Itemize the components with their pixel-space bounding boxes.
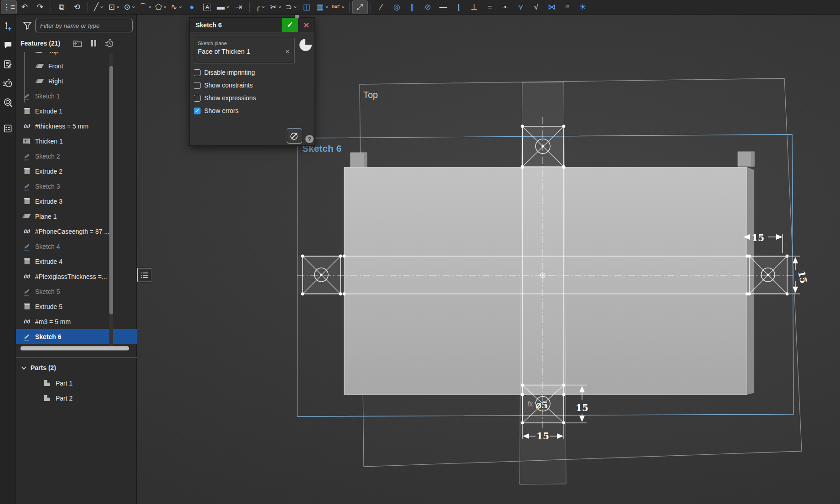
transparency-sphere-icon[interactable] — [299, 39, 312, 51]
sketch-panel-toggle-button[interactable]: ⋮≡ — [1, 1, 16, 14]
dropdown-chevron-icon[interactable]: ∨ — [132, 5, 135, 9]
checkbox-show-errors[interactable]: ✓Show errors — [194, 107, 256, 114]
tangent-constraint-button[interactable]: ⊘ — [421, 1, 435, 14]
feature-item-part-2[interactable]: Part 2 — [16, 391, 137, 406]
filter-icon[interactable] — [20, 21, 35, 31]
undo-button[interactable]: ↶ — [17, 1, 32, 14]
line-tool-button[interactable]: ╱∨ — [91, 1, 106, 14]
coincident-constraint-button[interactable]: ∕ — [374, 1, 389, 14]
feature-tree-vertical-scrollbar[interactable] — [109, 53, 113, 347]
dropdown-chevron-icon[interactable]: ∨ — [341, 5, 345, 9]
feature-item-front[interactable]: Front — [16, 58, 137, 73]
versions-icon[interactable] — [1, 18, 15, 34]
feature-item-part-1[interactable]: Part 1 — [16, 375, 137, 391]
parts-section-header[interactable]: Parts (2) — [16, 361, 137, 375]
text-tool-button[interactable]: A — [200, 1, 215, 14]
performance-icon[interactable] — [1, 76, 15, 91]
equal-constraint-button[interactable]: = — [483, 1, 497, 14]
feature-item-sketch-1[interactable]: Sketch 1 — [16, 88, 137, 103]
midpoint-constraint-button[interactable]: -●- — [498, 1, 513, 14]
cancel-button[interactable]: × — [298, 18, 314, 32]
feature-item-sketch-4[interactable]: Sketch 4 — [16, 239, 137, 254]
search-model-icon[interactable] — [1, 95, 15, 110]
curvature-constraint-button[interactable]: ⋎ — [514, 1, 528, 14]
feature-item-extrude-1[interactable]: Extrude 1 — [16, 103, 137, 118]
feature-tree-horizontal-scrollbar[interactable] — [21, 346, 129, 350]
remove-selection-icon[interactable]: × — [284, 47, 290, 55]
dropdown-chevron-icon[interactable]: ∨ — [262, 5, 265, 9]
feature-item-right[interactable]: Right — [16, 73, 137, 88]
feature-item-extrude-5[interactable]: Extrude 5 — [16, 299, 137, 314]
suppress-icon[interactable] — [90, 40, 97, 46]
perpendicular-constraint-button[interactable]: ⊥ — [467, 1, 482, 14]
feature-item-plexiglassthickness[interactable]: (x)#PlexiglassThickness =... — [16, 269, 137, 284]
feature-item-m3-5-mm[interactable]: (x)#m3 = 5 mm — [16, 314, 137, 329]
slot-tool-button[interactable]: ▬∨ — [216, 1, 231, 14]
concentric-constraint-button[interactable]: ◎ — [390, 1, 404, 14]
feature-item-top[interactable]: Top — [16, 52, 137, 58]
point-tool-button[interactable]: ● — [185, 1, 199, 14]
dropdown-chevron-icon[interactable]: ∨ — [325, 5, 329, 9]
normal-constraint-button[interactable]: ☀ — [576, 1, 590, 14]
checklist-icon[interactable] — [1, 121, 15, 136]
filter-input[interactable] — [35, 19, 133, 32]
feature-item-sketch-3[interactable]: Sketch 3 — [16, 179, 137, 194]
checkbox-disable-imprinting[interactable]: Disable imprinting — [194, 69, 256, 76]
confirm-button[interactable]: ✓ — [282, 18, 298, 32]
arc-tool-button[interactable]: ⌒∨ — [138, 1, 153, 14]
polygon-tool-button[interactable]: ⬠∨ — [154, 1, 168, 14]
pattern-tool-button[interactable]: ▦∨ — [315, 1, 330, 14]
mirror-tool-button[interactable]: ◫ — [299, 1, 314, 14]
checkbox-unchecked-icon[interactable] — [194, 95, 201, 102]
fix-constraint-button[interactable]: /// — [560, 1, 575, 14]
circle-tool-button[interactable]: ⊙∨ — [122, 1, 137, 14]
checkbox-show-constraints[interactable]: Show constraints — [194, 82, 256, 89]
help-icon[interactable]: ? — [305, 135, 314, 143]
dropdown-chevron-icon[interactable]: ∨ — [116, 5, 120, 9]
extend-tool-button[interactable]: ⇥ — [232, 1, 246, 14]
history-icon[interactable] — [104, 39, 114, 48]
dropdown-chevron-icon[interactable]: ∨ — [179, 5, 182, 9]
trim-tool-button[interactable]: ✂∨ — [268, 1, 283, 14]
symmetric-constraint-button[interactable]: ⋈ — [545, 1, 559, 14]
dropdown-chevron-icon[interactable]: ∨ — [100, 5, 103, 9]
feature-item-extrude-3[interactable]: Extrude 3 — [16, 194, 137, 209]
offset-curve-button[interactable]: ⊃∨ — [284, 1, 299, 14]
fillet-tool-button[interactable]: ╭∨ — [253, 1, 268, 14]
scrollbar-thumb[interactable] — [109, 66, 113, 314]
comments-icon[interactable] — [1, 37, 15, 53]
dropdown-chevron-icon[interactable]: ∨ — [226, 5, 230, 9]
sketch-plane-field[interactable]: Sketch plane Face of Thicken 1 × — [194, 38, 294, 63]
checkbox-show-expressions[interactable]: Show expressions — [194, 94, 256, 102]
dropdown-chevron-icon[interactable]: ∨ — [148, 5, 152, 9]
feature-item-sketch-6[interactable]: Sketch 6 — [16, 329, 137, 344]
redo-button[interactable]: ↷ — [33, 1, 47, 14]
vertical-constraint-button[interactable]: | — [452, 1, 466, 14]
dropdown-chevron-icon[interactable]: ∨ — [294, 5, 297, 9]
dropdown-chevron-icon[interactable]: ∨ — [163, 5, 167, 9]
checkbox-checked-icon[interactable]: ✓ — [194, 108, 201, 114]
feature-item-phonecaseength-87[interactable]: (x)#PhoneCaseength = 87 ... — [16, 224, 137, 239]
parallel-constraint-button[interactable]: ∥ — [405, 1, 420, 14]
edit-sketch-button[interactable] — [287, 128, 302, 144]
checkbox-unchecked-icon[interactable] — [194, 82, 201, 89]
transform-sketch-button[interactable]: ⟲ — [70, 1, 84, 14]
horizontal-constraint-button[interactable]: — — [436, 1, 451, 14]
dxf-import-button[interactable]: DXF∨ — [330, 1, 346, 14]
feature-item-thickness-5-mm[interactable]: (x)#thickness = 5 mm — [16, 118, 137, 134]
feature-item-extrude-2[interactable]: Extrude 2 — [16, 164, 137, 179]
spline-tool-button[interactable]: ∿∨ — [169, 1, 184, 14]
rectangle-tool-button[interactable]: ⊡∨ — [107, 1, 121, 14]
add-folder-icon[interactable] — [73, 39, 83, 47]
paste-sketch-button[interactable]: ⧉ — [54, 1, 69, 14]
feature-item-plane-1[interactable]: Plane 1 — [16, 209, 137, 224]
feature-item-extrude-4[interactable]: Extrude 4 — [16, 254, 137, 269]
pierce-constraint-button[interactable]: √ — [529, 1, 544, 14]
notes-icon[interactable] — [1, 57, 15, 72]
feature-item-sketch-5[interactable]: Sketch 5 — [16, 284, 137, 299]
checkbox-unchecked-icon[interactable] — [194, 69, 201, 76]
dimension-tool-button[interactable]: ⤢ — [353, 1, 367, 14]
dropdown-chevron-icon[interactable]: ∨ — [278, 5, 282, 9]
feature-item-thicken-1[interactable]: ▾Thicken 1 — [16, 134, 137, 149]
feature-list-flyout-button[interactable] — [137, 268, 151, 282]
